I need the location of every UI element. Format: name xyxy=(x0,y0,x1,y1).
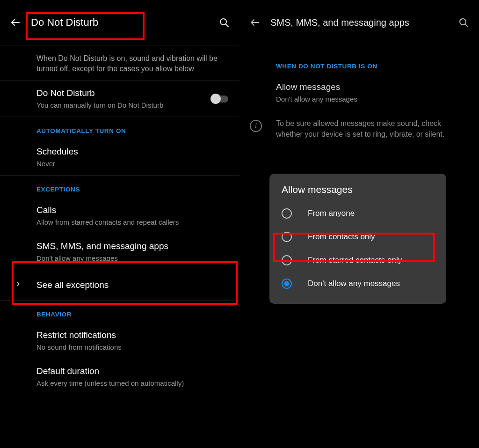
page-title: Do Not Disturb xyxy=(31,16,217,29)
search-icon[interactable] xyxy=(217,15,231,29)
see-all-exceptions-row[interactable]: See all exceptions xyxy=(0,270,240,301)
option-from-starred-contacts-only[interactable]: From starred contacts only xyxy=(269,249,446,272)
schedules-row[interactable]: Schedules Never xyxy=(0,139,240,175)
radio-icon xyxy=(282,255,292,265)
sms-label: SMS, MMS, and messaging apps xyxy=(36,240,232,252)
calls-row[interactable]: Calls Allow from starred contacts and re… xyxy=(0,198,240,234)
radio-icon xyxy=(282,208,292,219)
info-icon: i xyxy=(250,120,262,132)
calls-label: Calls xyxy=(36,204,232,216)
header-right: SMS, MMS, and messaging apps xyxy=(240,0,479,45)
info-row: i To be sure allowed messages make sound… xyxy=(240,110,479,147)
section-when-dnd-on: WHEN DO NOT DISTURB IS ON xyxy=(240,45,479,74)
schedules-sub: Never xyxy=(36,159,232,169)
calls-sub: Allow from starred contacts and repeat c… xyxy=(36,218,232,227)
sms-row[interactable]: SMS, MMS, and messaging apps Don't allow… xyxy=(0,234,240,270)
dnd-description: When Do Not Disturb is on, sound and vib… xyxy=(36,53,232,73)
search-icon[interactable] xyxy=(457,15,471,29)
default-duration-sub: Ask every time (unless turned on automat… xyxy=(36,379,232,388)
dnd-toggle-label: Do Not Disturb xyxy=(36,87,202,99)
page-title: SMS, MMS, and messaging apps xyxy=(270,17,457,28)
header-left: Do Not Disturb xyxy=(0,0,240,45)
allow-messages-sub: Don't allow any messages xyxy=(276,95,472,104)
radio-icon-selected xyxy=(282,279,292,289)
restrict-sub: No sound from notifications xyxy=(36,343,232,352)
section-exceptions: EXCEPTIONS xyxy=(0,176,240,198)
allow-messages-row[interactable]: Allow messages Don't allow any messages xyxy=(240,74,479,110)
option-from-anyone[interactable]: From anyone xyxy=(269,202,446,225)
dnd-toggle-row[interactable]: Do Not Disturb You can manually turn on … xyxy=(0,81,240,117)
info-text: To be sure allowed messages make sound, … xyxy=(276,118,469,140)
radio-icon xyxy=(282,232,292,242)
chevron-right-icon xyxy=(15,281,23,289)
option-label: Don't allow any messages xyxy=(308,279,400,288)
option-label: From starred contacts only xyxy=(308,256,402,265)
restrict-label: Restrict notifications xyxy=(36,329,232,341)
back-arrow-icon[interactable] xyxy=(8,15,22,29)
allow-messages-label: Allow messages xyxy=(276,81,472,93)
dnd-description-row: When Do Not Disturb is on, sound and vib… xyxy=(0,45,240,80)
back-arrow-icon[interactable] xyxy=(248,15,262,29)
pane-do-not-disturb: Do Not Disturb When Do Not Disturb is on… xyxy=(0,0,240,448)
option-from-contacts-only[interactable]: From contacts only xyxy=(269,225,446,249)
default-duration-label: Default duration xyxy=(36,365,232,377)
section-auto-turn-on: AUTOMATICALLY TURN ON xyxy=(0,117,240,139)
default-duration-row[interactable]: Default duration Ask every time (unless … xyxy=(0,359,240,395)
dialog-title: Allow messages xyxy=(269,184,446,202)
see-all-exceptions-label: See all exceptions xyxy=(36,279,232,291)
schedules-label: Schedules xyxy=(36,146,232,158)
section-behavior: BEHAVIOR xyxy=(0,301,240,323)
restrict-notifications-row[interactable]: Restrict notifications No sound from not… xyxy=(0,323,240,359)
option-label: From anyone xyxy=(308,209,355,218)
svg-line-2 xyxy=(225,24,228,27)
option-dont-allow-any[interactable]: Don't allow any messages xyxy=(269,272,446,295)
dnd-toggle-sub: You can manually turn on Do Not Disturb xyxy=(36,101,202,110)
dnd-toggle-switch[interactable] xyxy=(210,94,229,104)
allow-messages-dialog: Allow messages From anyone From contacts… xyxy=(269,174,446,304)
sms-sub: Don't allow any messages xyxy=(36,254,232,263)
option-label: From contacts only xyxy=(308,232,375,242)
svg-line-5 xyxy=(465,24,468,27)
